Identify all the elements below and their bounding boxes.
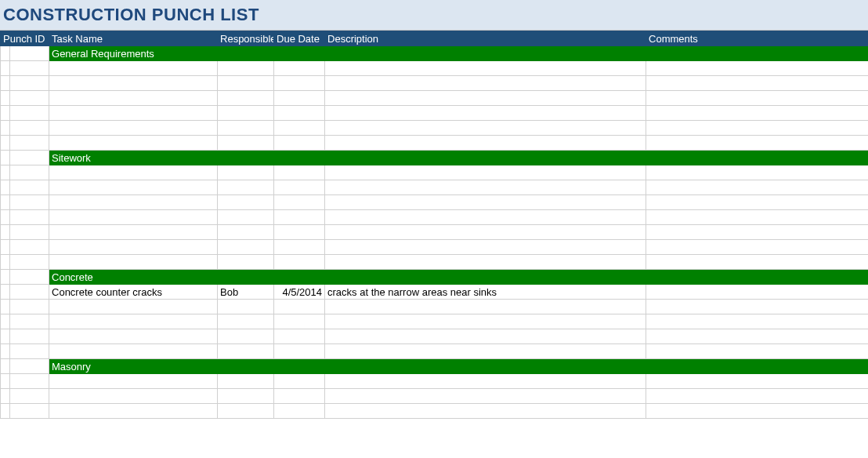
cell-description[interactable] bbox=[325, 374, 646, 389]
cell-comments[interactable] bbox=[646, 314, 868, 329]
cell-comments[interactable] bbox=[646, 329, 868, 344]
cell-due-date[interactable] bbox=[274, 404, 325, 419]
row-gap-cell[interactable] bbox=[1, 76, 10, 91]
row-gap-cell[interactable] bbox=[1, 240, 10, 255]
cell-due-date[interactable] bbox=[274, 314, 325, 329]
cell-task-name[interactable] bbox=[49, 91, 218, 106]
cell-description[interactable] bbox=[325, 404, 646, 419]
row-gap-cell[interactable] bbox=[1, 195, 10, 210]
cell-due-date[interactable] bbox=[274, 374, 325, 389]
row-gap-cell[interactable] bbox=[1, 180, 10, 195]
cell-responsible[interactable] bbox=[218, 240, 274, 255]
row-gap-cell[interactable] bbox=[1, 344, 10, 359]
cell-punch-id[interactable] bbox=[10, 404, 49, 419]
cell-due-date[interactable] bbox=[274, 300, 325, 314]
cell-due-date[interactable] bbox=[274, 61, 325, 76]
cell-task-name[interactable] bbox=[49, 121, 218, 136]
cell-description[interactable] bbox=[325, 195, 646, 210]
cell-task-name[interactable] bbox=[49, 240, 218, 255]
row-gap-cell[interactable] bbox=[1, 300, 10, 314]
cell-description[interactable] bbox=[325, 225, 646, 240]
cell-punch-id[interactable] bbox=[10, 285, 49, 300]
cell-punch-id[interactable] bbox=[10, 300, 49, 314]
row-gap-cell[interactable] bbox=[1, 404, 10, 419]
cell-description[interactable] bbox=[325, 255, 646, 270]
cell-comments[interactable] bbox=[646, 285, 868, 300]
row-gap-cell[interactable] bbox=[1, 106, 10, 121]
cell-comments[interactable] bbox=[646, 195, 868, 210]
cell-due-date[interactable] bbox=[274, 121, 325, 136]
cell-due-date[interactable] bbox=[274, 210, 325, 225]
cell-punch-id[interactable] bbox=[10, 195, 49, 210]
cell-responsible[interactable]: Bob bbox=[218, 285, 274, 300]
cell-task-name[interactable] bbox=[49, 195, 218, 210]
cell-punch-id[interactable] bbox=[10, 240, 49, 255]
row-gap-cell[interactable] bbox=[1, 329, 10, 344]
cell-responsible[interactable] bbox=[218, 76, 274, 91]
cell-description[interactable] bbox=[325, 165, 646, 180]
cell-due-date[interactable] bbox=[274, 389, 325, 404]
row-gap-cell[interactable] bbox=[1, 165, 10, 180]
cell-comments[interactable] bbox=[646, 136, 868, 151]
cell-due-date[interactable] bbox=[274, 195, 325, 210]
cell-task-name[interactable] bbox=[49, 255, 218, 270]
cell-task-name[interactable] bbox=[49, 374, 218, 389]
cell-comments[interactable] bbox=[646, 374, 868, 389]
cell-punch-id[interactable] bbox=[10, 344, 49, 359]
cell-responsible[interactable] bbox=[218, 329, 274, 344]
cell-task-name[interactable] bbox=[49, 344, 218, 359]
cell-responsible[interactable] bbox=[218, 404, 274, 419]
cell-punch-id[interactable] bbox=[10, 91, 49, 106]
cell-responsible[interactable] bbox=[218, 314, 274, 329]
cell-punch-id[interactable] bbox=[10, 255, 49, 270]
cell-responsible[interactable] bbox=[218, 180, 274, 195]
cell-responsible[interactable] bbox=[218, 210, 274, 225]
row-gap-cell[interactable] bbox=[1, 285, 10, 300]
cell-task-name[interactable] bbox=[49, 225, 218, 240]
cell-comments[interactable] bbox=[646, 300, 868, 314]
cell-due-date[interactable]: 4/5/2014 bbox=[274, 285, 325, 300]
cell-task-name[interactable] bbox=[49, 136, 218, 151]
cell-punch-id[interactable] bbox=[10, 314, 49, 329]
cell-comments[interactable] bbox=[646, 389, 868, 404]
cell-punch-id[interactable] bbox=[10, 210, 49, 225]
cell-description[interactable] bbox=[325, 389, 646, 404]
cell-responsible[interactable] bbox=[218, 61, 274, 76]
cell-description[interactable] bbox=[325, 329, 646, 344]
cell-task-name[interactable] bbox=[49, 106, 218, 121]
cell-description[interactable] bbox=[325, 300, 646, 314]
cell-due-date[interactable] bbox=[274, 180, 325, 195]
cell-task-name[interactable]: Concrete counter cracks bbox=[49, 285, 218, 300]
cell-due-date[interactable] bbox=[274, 344, 325, 359]
cell-responsible[interactable] bbox=[218, 225, 274, 240]
cell-description[interactable] bbox=[325, 106, 646, 121]
cell-comments[interactable] bbox=[646, 210, 868, 225]
cell-task-name[interactable] bbox=[49, 389, 218, 404]
cell-description[interactable] bbox=[325, 91, 646, 106]
cell-responsible[interactable] bbox=[218, 121, 274, 136]
cell-punch-id[interactable] bbox=[10, 106, 49, 121]
cell-comments[interactable] bbox=[646, 180, 868, 195]
cell-description[interactable] bbox=[325, 180, 646, 195]
cell-responsible[interactable] bbox=[218, 255, 274, 270]
cell-description[interactable] bbox=[325, 344, 646, 359]
row-gap-cell[interactable] bbox=[1, 121, 10, 136]
cell-punch-id[interactable] bbox=[10, 165, 49, 180]
cell-punch-id[interactable] bbox=[10, 121, 49, 136]
row-gap-cell[interactable] bbox=[1, 389, 10, 404]
cell-due-date[interactable] bbox=[274, 91, 325, 106]
row-gap-cell[interactable] bbox=[1, 210, 10, 225]
row-gap-cell[interactable] bbox=[1, 255, 10, 270]
cell-responsible[interactable] bbox=[218, 136, 274, 151]
cell-comments[interactable] bbox=[646, 106, 868, 121]
cell-description[interactable] bbox=[325, 76, 646, 91]
cell-responsible[interactable] bbox=[218, 106, 274, 121]
cell-responsible[interactable] bbox=[218, 195, 274, 210]
row-gap-cell[interactable] bbox=[1, 91, 10, 106]
cell-description[interactable] bbox=[325, 240, 646, 255]
cell-comments[interactable] bbox=[646, 121, 868, 136]
cell-due-date[interactable] bbox=[274, 106, 325, 121]
cell-punch-id[interactable] bbox=[10, 329, 49, 344]
cell-punch-id[interactable] bbox=[10, 61, 49, 76]
row-gap-cell[interactable] bbox=[1, 314, 10, 329]
